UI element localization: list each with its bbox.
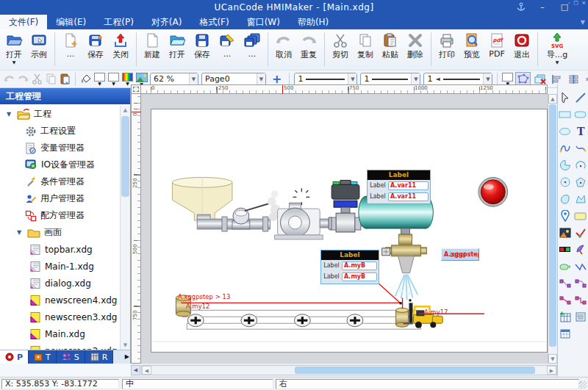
mdi-restore-icon[interactable]: □: [573, 0, 579, 6]
text-tool[interactable]: T: [573, 124, 587, 138]
pin-tool[interactable]: [558, 209, 572, 223]
print-button[interactable]: 打印: [434, 29, 459, 69]
save-page-button[interactable]: 保存: [190, 29, 215, 69]
scroll-down-icon[interactable]: ▼: [121, 341, 130, 350]
menu-project[interactable]: 工程(P): [95, 15, 143, 29]
note-tool[interactable]: [573, 209, 587, 223]
tree-node-screen-file[interactable]: Main-1.xdg: [0, 258, 120, 275]
tree-node-variable-manager[interactable]: 变量管理器: [0, 140, 120, 156]
tag-tool[interactable]: [558, 259, 572, 273]
canvas-area[interactable]: [141, 94, 548, 364]
copy-button[interactable]: 复制: [353, 29, 378, 69]
scroll-right-icon[interactable]: ▶: [547, 366, 556, 375]
paste-button[interactable]: 粘贴: [378, 29, 403, 69]
menu-format[interactable]: 格式(F): [190, 15, 237, 29]
mdi-window-controls[interactable]: – □ ×: [568, 0, 587, 6]
line-tool[interactable]: [573, 90, 587, 104]
tab-project[interactable]: P: [0, 350, 29, 364]
expand-arrow-icon[interactable]: ▼: [4, 111, 13, 118]
mdi-minimize-icon[interactable]: –: [568, 0, 572, 6]
arc-tool[interactable]: [573, 158, 587, 172]
scroll-up-icon[interactable]: ▲: [548, 94, 557, 104]
dish-tool[interactable]: [573, 242, 587, 256]
horizontal-scrollbar-thumb[interactable]: [295, 366, 535, 374]
open-project-button[interactable]: 打开▼: [1, 29, 26, 69]
add-table-tool[interactable]: [558, 310, 572, 324]
tree-node-recipe-manager[interactable]: 配方管理器: [0, 207, 120, 224]
image-fill-picker[interactable]: ▼: [135, 73, 148, 86]
rectangle-tool[interactable]: [558, 107, 572, 121]
angle-line-tool[interactable]: [573, 259, 587, 273]
tree-node-condition-manager[interactable]: 条件管理器: [0, 173, 120, 190]
hopper-shape[interactable]: [172, 177, 232, 220]
line-width-dropdown-icon[interactable]: ▼: [348, 73, 356, 85]
connector-curve-tool[interactable]: [573, 276, 587, 290]
more-files-button[interactable]: ...: [58, 29, 83, 69]
cut-small-icon[interactable]: [31, 73, 43, 85]
pie-tool[interactable]: [558, 158, 572, 172]
line-style-combobox[interactable]: 1▼: [360, 73, 420, 86]
polyline-tool[interactable]: [573, 141, 587, 155]
anchor-icon[interactable]: [516, 2, 526, 12]
menu-align[interactable]: 对齐(A): [143, 15, 191, 29]
save-edit-button[interactable]: ...: [215, 29, 240, 69]
canvas-vertical-scrollbar[interactable]: ▲ ▼: [548, 94, 557, 364]
line-width-combobox[interactable]: 1▼: [294, 73, 357, 86]
vertical-ruler[interactable]: 0 250 500 750: [131, 94, 141, 364]
tab-symbols[interactable]: S: [57, 350, 85, 364]
label-panel-nozzle[interactable]: Label Label A.myB Label A.myB: [320, 250, 379, 284]
scroll-left-icon[interactable]: ◀: [142, 366, 151, 375]
menu-help[interactable]: 帮助(H): [289, 15, 337, 29]
tree-node-screen-file[interactable]: newscreen2.xdg: [0, 342, 120, 350]
control-valve-shape[interactable]: [329, 180, 361, 232]
vertical-scrollbar-thumb[interactable]: [549, 104, 556, 347]
gradient-picker[interactable]: ▼: [121, 73, 135, 85]
expand-arrow-icon[interactable]: ▼: [15, 229, 24, 236]
line-color-picker[interactable]: ▼: [107, 73, 121, 85]
ellipse-tool[interactable]: [558, 124, 572, 138]
page-dropdown-icon[interactable]: ▼: [257, 73, 265, 85]
connector-step-tool[interactable]: [558, 276, 572, 290]
polygon-tool[interactable]: [573, 175, 587, 189]
save-as-button[interactable]: 保存: [83, 29, 108, 69]
toolbar-overflow-button[interactable]: »: [585, 75, 588, 83]
resize-grip[interactable]: [579, 381, 587, 389]
selection-handle[interactable]: [409, 299, 412, 301]
tree-node-io-device-manager[interactable]: IO设备管理器: [0, 156, 120, 173]
variable-annotation-right[interactable]: A.my17: [424, 308, 448, 316]
fill-color-picker[interactable]: ▼: [93, 73, 107, 85]
curve-tool[interactable]: [558, 141, 572, 155]
tab-overflow-icon[interactable]: ▶: [125, 353, 129, 360]
list-tool[interactable]: [573, 310, 587, 324]
redo-button[interactable]: 重复: [296, 29, 321, 69]
redo-small-icon[interactable]: [17, 73, 29, 85]
canvas-horizontal-scrollbar[interactable]: ◀ ▶: [141, 365, 557, 375]
exit-button[interactable]: 退出: [509, 29, 534, 69]
label-panel-tank[interactable]: Label Label A.var11 Label A.var11: [367, 170, 431, 204]
line-style-dropdown-icon[interactable]: ▼: [411, 73, 420, 85]
svg-export-button[interactable]: SVG 导...g▼: [541, 29, 573, 69]
circle-center-tool[interactable]: [558, 175, 572, 189]
tree-node-screen-file[interactable]: Main.xdg: [0, 325, 120, 342]
select-tool[interactable]: [558, 90, 572, 104]
close-project-button[interactable]: 关闭: [108, 29, 133, 69]
tree-scrollbar-thumb[interactable]: [121, 116, 129, 197]
step-variable-box[interactable]: Label A.xggpstep: [441, 248, 479, 261]
menubar-chevron-icon[interactable]: ▼: [581, 19, 585, 26]
video-tool[interactable]: [558, 242, 572, 256]
variable-value-field[interactable]: A.var11: [388, 181, 429, 190]
rounded-rectangle-tool[interactable]: [573, 107, 587, 121]
scroll-down-icon[interactable]: ▼: [548, 354, 557, 364]
conveyor-shape[interactable]: [182, 310, 420, 329]
mdi-close-icon[interactable]: ×: [581, 0, 587, 6]
nozzle-shape[interactable]: [382, 228, 427, 300]
variable-value-field[interactable]: A.myB: [342, 261, 377, 270]
tree-node-screen-file[interactable]: topbar.xdg: [0, 241, 120, 258]
cut-button[interactable]: 剪切: [328, 29, 353, 69]
tree-node-user-manager[interactable]: 用户管理器: [0, 190, 120, 207]
new-page-button[interactable]: 新建: [140, 29, 165, 69]
check-curve-tool[interactable]: [573, 225, 587, 239]
tree-node-screen-file[interactable]: dialog.xdg: [0, 275, 120, 292]
tab-resources[interactable]: R: [85, 350, 114, 364]
tab-toolbox[interactable]: T: [29, 350, 57, 364]
